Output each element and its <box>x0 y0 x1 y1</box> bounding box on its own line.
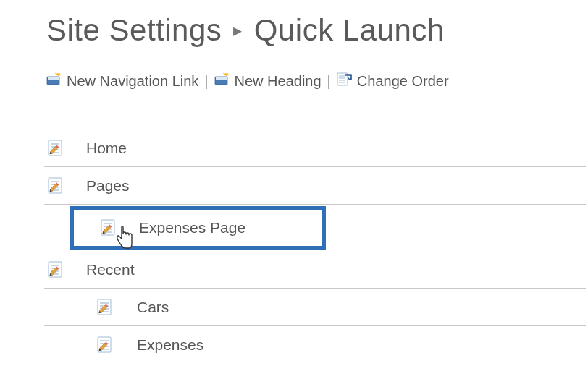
breadcrumb-site-settings[interactable]: Site Settings <box>46 13 222 48</box>
quick-launch-nav-list: Home Pages <box>44 129 586 364</box>
nav-item-expenses[interactable]: Expenses <box>44 326 586 364</box>
edit-list-icon <box>44 176 70 195</box>
nav-item-label: Expenses <box>119 336 203 354</box>
toolbar-divider: | <box>204 73 208 90</box>
edit-list-icon <box>44 260 70 279</box>
svg-rect-6 <box>216 77 227 80</box>
nav-item-cars[interactable]: Cars <box>44 289 586 326</box>
nav-item-label: Cars <box>119 299 169 316</box>
new-navigation-link-label: New Navigation Link <box>67 73 198 90</box>
page-title: Site Settings ▸ Quick Launch <box>46 13 588 48</box>
nav-item-pages[interactable]: Pages <box>44 167 586 205</box>
edit-list-icon <box>44 139 70 158</box>
change-order-button[interactable]: Change Order <box>337 72 449 90</box>
nav-item-label[interactable]: Expenses Page <box>123 219 245 237</box>
highlight-box: Expenses Page <box>70 206 326 250</box>
change-order-label: Change Order <box>357 73 449 90</box>
nav-item-recent[interactable]: Recent <box>44 251 586 289</box>
edit-list-icon <box>93 336 119 354</box>
new-link-icon <box>46 73 62 90</box>
breadcrumb-current: Quick Launch <box>254 13 445 48</box>
new-navigation-link-button[interactable]: New Navigation Link <box>46 73 198 90</box>
toolbar: New Navigation Link | New Heading | <box>46 72 588 90</box>
nav-item-home[interactable]: Home <box>44 129 586 167</box>
new-heading-icon <box>214 73 230 90</box>
svg-rect-1 <box>48 77 59 80</box>
new-heading-button[interactable]: New Heading <box>214 73 322 90</box>
nav-item-label: Home <box>70 140 127 157</box>
breadcrumb-separator-icon: ▸ <box>233 20 243 41</box>
pointer-cursor-icon <box>114 226 136 254</box>
nav-item-label: Pages <box>70 177 130 195</box>
edit-list-icon <box>93 298 119 317</box>
nav-item-expenses-page-highlighted: Expenses Page <box>44 205 586 251</box>
nav-item-label: Recent <box>70 261 135 278</box>
change-order-icon <box>337 72 353 90</box>
toolbar-divider: | <box>327 73 331 90</box>
new-heading-label: New Heading <box>235 73 322 90</box>
